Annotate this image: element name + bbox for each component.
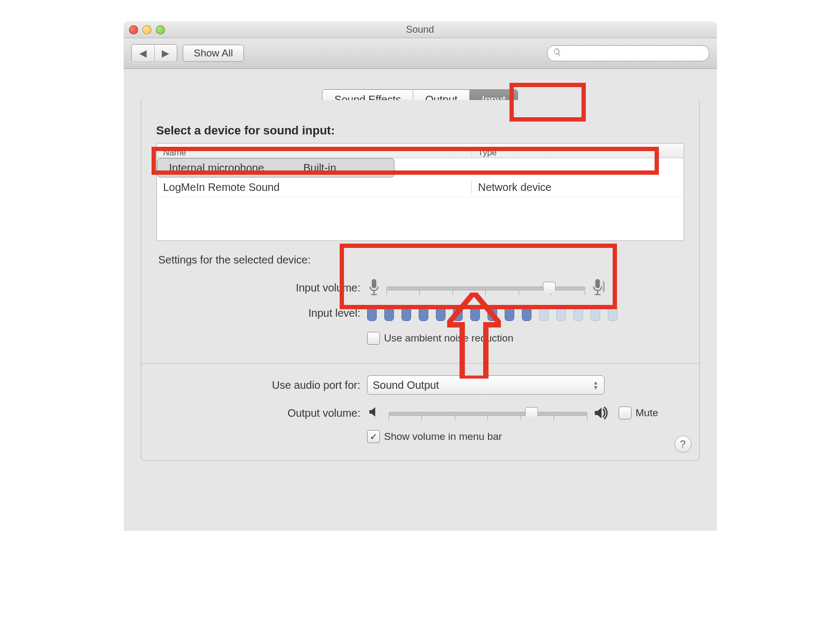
column-name: Name xyxy=(157,148,472,158)
audio-port-label: Use audio port for: xyxy=(156,379,367,391)
panel-divider xyxy=(141,363,699,364)
input-device-list[interactable]: Name Type Internal microphoneBuilt-inLog… xyxy=(156,143,684,241)
level-bar xyxy=(419,305,428,321)
speaker-mute-icon xyxy=(367,405,383,421)
device-row[interactable]: LogMeIn Remote SoundNetwork device xyxy=(157,177,684,197)
svg-rect-3 xyxy=(595,279,600,288)
level-bar xyxy=(384,305,394,321)
titlebar: Sound xyxy=(124,22,717,38)
microphone-low-icon xyxy=(367,279,381,297)
microphone-high-icon xyxy=(591,279,605,297)
sound-prefpane-window: Sound ◀ ▶ Show All Sound Effects Output … xyxy=(124,22,717,530)
forward-button[interactable]: ▶ xyxy=(154,45,177,62)
show-in-menu-row: ✓ Show volume in menu bar xyxy=(156,425,684,448)
nav-back-forward: ◀ ▶ xyxy=(131,44,177,62)
svg-rect-1 xyxy=(373,290,374,294)
level-bar xyxy=(367,305,377,321)
select-stepper-icon: ▲▼ xyxy=(593,380,599,390)
ambient-noise-label: Use ambient noise reduction xyxy=(384,332,514,344)
ambient-row: Use ambient noise reduction xyxy=(156,326,684,350)
prefpane-body: Sound Effects Output Input Select a devi… xyxy=(124,69,717,531)
input-level-label: Input level: xyxy=(156,307,367,319)
level-bar xyxy=(470,305,480,321)
search-input[interactable] xyxy=(565,47,703,59)
show-in-menu-label: Show volume in menu bar xyxy=(384,431,502,443)
svg-rect-2 xyxy=(371,294,377,295)
show-in-menu-checkbox[interactable]: ✓ xyxy=(367,430,380,443)
input-volume-row: Input volume: xyxy=(156,276,684,300)
search-field[interactable] xyxy=(547,45,709,61)
output-volume-slider[interactable] xyxy=(389,408,587,418)
back-button[interactable]: ◀ xyxy=(132,45,154,62)
device-name: LogMeIn Remote Sound xyxy=(157,181,472,194)
audio-port-select[interactable]: Sound Output ▲▼ xyxy=(367,375,605,395)
mute-checkbox[interactable] xyxy=(619,407,631,419)
input-level-row: Input level: xyxy=(156,300,684,326)
level-bar xyxy=(608,305,618,321)
show-all-button[interactable]: Show All xyxy=(183,45,245,62)
mute-label: Mute xyxy=(636,407,658,419)
svg-rect-0 xyxy=(371,279,376,288)
device-list-header: Name Type xyxy=(157,144,684,158)
svg-rect-5 xyxy=(594,294,600,295)
input-volume-label: Input volume: xyxy=(156,282,367,294)
window-title: Sound xyxy=(124,24,717,35)
input-volume-slider[interactable] xyxy=(386,283,585,293)
output-volume-row: Output volume: Mute xyxy=(156,401,684,425)
input-level-meter xyxy=(367,305,618,321)
level-bar xyxy=(539,305,549,321)
toolbar: ◀ ▶ Show All xyxy=(124,38,717,69)
level-bar xyxy=(591,305,600,321)
speaker-loud-icon xyxy=(593,405,609,421)
level-bar xyxy=(556,305,566,321)
device-name: Internal microphone xyxy=(163,162,297,174)
level-bar xyxy=(487,305,497,321)
svg-rect-4 xyxy=(597,290,598,294)
input-panel: Select a device for sound input: Name Ty… xyxy=(141,100,700,461)
select-device-heading: Select a device for sound input: xyxy=(156,124,684,138)
level-bar xyxy=(401,305,411,321)
device-row[interactable]: Internal microphoneBuilt-in xyxy=(157,158,394,177)
level-bar xyxy=(453,305,463,321)
column-type: Type xyxy=(472,148,684,158)
help-button[interactable]: ? xyxy=(674,436,692,453)
audio-port-row: Use audio port for: Sound Output ▲▼ xyxy=(156,373,684,397)
level-bar xyxy=(505,305,514,321)
ambient-noise-checkbox[interactable] xyxy=(367,332,380,345)
device-type: Network device xyxy=(472,181,684,194)
settings-for-device-label: Settings for the selected device: xyxy=(159,254,684,266)
audio-port-value: Sound Output xyxy=(373,379,439,391)
level-bar xyxy=(573,305,583,321)
level-bar xyxy=(436,305,446,321)
device-type: Built-in xyxy=(297,162,389,174)
search-icon xyxy=(553,47,562,59)
level-bar xyxy=(522,305,532,321)
output-volume-label: Output volume: xyxy=(156,407,367,419)
